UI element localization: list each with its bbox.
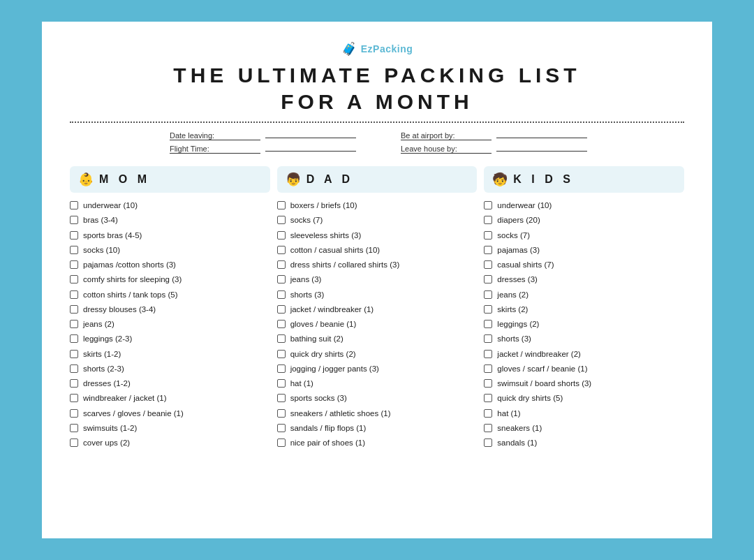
list-item: jeans (2): [484, 289, 684, 301]
checkbox[interactable]: [484, 290, 492, 299]
checkbox[interactable]: [277, 260, 286, 269]
list-item: gloves / beanie (1): [277, 318, 478, 330]
page-title: THE ULTIMATE PACKING LIST FOR A MONTH: [70, 62, 684, 115]
checkbox[interactable]: [277, 350, 286, 358]
checkbox[interactable]: [70, 216, 78, 224]
list-item: sandals / flip flops (1): [277, 422, 478, 434]
checkbox[interactable]: [484, 379, 492, 388]
item-label: comfy shirts for sleeping (3): [83, 274, 182, 286]
checkbox[interactable]: [70, 379, 78, 388]
list-item: jogging / jogger pants (3): [277, 363, 478, 375]
columns-container: 👶M O Munderwear (10)bras (3-4)sports bra…: [70, 166, 684, 452]
list-item: sneakers (1): [484, 422, 684, 434]
checkbox[interactable]: [70, 364, 78, 373]
checkbox[interactable]: [484, 350, 492, 358]
checkbox[interactable]: [484, 334, 492, 343]
checkbox[interactable]: [70, 320, 78, 328]
checkbox[interactable]: [484, 231, 492, 240]
checkbox[interactable]: [277, 231, 286, 240]
list-item: sports socks (3): [277, 392, 478, 404]
checkbox[interactable]: [484, 439, 492, 447]
list-item: dresses (1-2): [70, 378, 270, 390]
checkbox[interactable]: [70, 439, 78, 447]
item-label: dressy blouses (3-4): [83, 304, 156, 316]
checkbox[interactable]: [70, 305, 78, 314]
item-label: quick dry shirts (2): [290, 348, 356, 360]
date-leaving-field: Date leaving:: [167, 131, 356, 140]
list-item: leggings (2-3): [70, 333, 270, 345]
item-label: jeans (3): [290, 274, 322, 286]
checkbox[interactable]: [277, 305, 286, 314]
item-label: sneakers (1): [497, 422, 542, 434]
checkbox[interactable]: [70, 424, 78, 432]
list-item: sandals (1): [484, 437, 684, 449]
list-item: bras (3-4): [70, 214, 270, 226]
list-item: leggings (2): [484, 318, 684, 330]
checkbox[interactable]: [277, 334, 286, 343]
item-label: shorts (2-3): [83, 363, 124, 375]
item-label: dresses (1-2): [83, 378, 131, 390]
checkbox[interactable]: [70, 275, 78, 283]
checkbox[interactable]: [277, 439, 286, 447]
checkbox[interactable]: [277, 320, 286, 328]
checkbox[interactable]: [484, 320, 492, 328]
checkbox[interactable]: [484, 305, 492, 314]
item-label: hat (1): [497, 408, 520, 420]
checkbox[interactable]: [277, 394, 286, 402]
checkbox[interactable]: [277, 216, 286, 224]
item-label: pajamas (3): [497, 244, 540, 256]
checkbox[interactable]: [70, 350, 78, 358]
checkbox[interactable]: [484, 201, 492, 209]
checkbox[interactable]: [484, 394, 492, 402]
checkbox[interactable]: [277, 379, 286, 388]
leave-house-field: Leave house by:: [398, 145, 587, 154]
checkbox[interactable]: [484, 364, 492, 373]
item-label: boxers / briefs (10): [290, 200, 357, 212]
list-item: sleeveless shirts (3): [277, 230, 478, 242]
main-page: 🧳 EzPacking THE ULTIMATE PACKING LIST FO…: [42, 22, 712, 538]
list-item: cotton / casual shirts (10): [277, 244, 478, 256]
list-item: jacket / windbreaker (1): [277, 304, 478, 316]
list-item: bathing suit (2): [277, 333, 478, 345]
checkbox[interactable]: [277, 275, 286, 283]
item-label: cotton shirts / tank tops (5): [83, 289, 178, 301]
checkbox[interactable]: [484, 409, 492, 418]
item-label: shorts (3): [497, 333, 531, 345]
item-label: sleeveless shirts (3): [290, 230, 362, 242]
checkbox[interactable]: [277, 290, 286, 299]
item-label: nice pair of shoes (1): [290, 437, 365, 449]
checkbox[interactable]: [484, 260, 492, 269]
checkbox[interactable]: [70, 394, 78, 402]
item-label: casual shirts (7): [497, 259, 554, 271]
checkbox[interactable]: [277, 201, 286, 209]
checkbox[interactable]: [277, 424, 286, 432]
checkbox[interactable]: [70, 231, 78, 240]
checkbox[interactable]: [70, 409, 78, 418]
column-icon-mom: 👶: [78, 172, 94, 187]
item-label: skirts (2): [497, 304, 528, 316]
checkbox[interactable]: [484, 424, 492, 432]
item-label: jogging / jogger pants (3): [290, 363, 379, 375]
checkbox[interactable]: [70, 246, 78, 254]
column-title-mom: M O M: [99, 173, 150, 186]
item-label: windbreaker / jacket (1): [83, 392, 167, 404]
checkbox[interactable]: [277, 409, 286, 418]
item-label: leggings (2): [497, 318, 539, 330]
column-icon-kids: 🧒: [492, 172, 508, 187]
column-kids: 🧒K I D Sunderwear (10)diapers (20)socks …: [484, 166, 684, 452]
checkbox[interactable]: [277, 246, 286, 254]
checkbox[interactable]: [277, 364, 286, 373]
list-item: socks (7): [484, 230, 684, 242]
list-item: skirts (2): [484, 304, 684, 316]
checkbox[interactable]: [484, 246, 492, 254]
checkbox[interactable]: [484, 275, 492, 283]
item-label: pajamas /cotton shorts (3): [83, 259, 176, 271]
list-item: socks (7): [277, 214, 478, 226]
travel-form: Date leaving: Flight Time: Be at airport…: [70, 131, 684, 154]
checkbox[interactable]: [484, 216, 492, 224]
checkbox[interactable]: [70, 201, 78, 209]
checkbox[interactable]: [70, 290, 78, 299]
list-item: quick dry shirts (5): [484, 392, 684, 404]
checkbox[interactable]: [70, 260, 78, 269]
checkbox[interactable]: [70, 334, 78, 343]
